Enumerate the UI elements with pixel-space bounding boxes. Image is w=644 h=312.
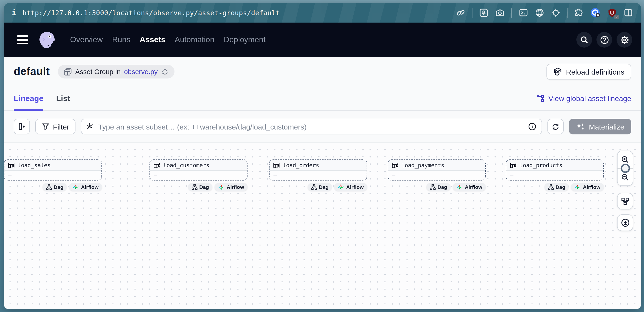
tag-dag-label: Dag [54, 184, 64, 190]
split-view-icon[interactable] [624, 8, 633, 18]
page-title: default [14, 65, 50, 78]
tag-dag-label: Dag [319, 184, 328, 190]
nav-item-deployment[interactable]: Deployment [224, 35, 266, 44]
tab-lineage[interactable]: Lineage [14, 86, 43, 110]
browser-url-bar: i http://127.0.0.1:3000/locations/observ… [4, 3, 641, 23]
observable-asset-icon [510, 162, 516, 168]
nav-item-runs[interactable]: Runs [112, 35, 130, 44]
search-button[interactable] [576, 32, 592, 48]
lineage-canvas[interactable]: load_customers – [4, 142, 641, 309]
onepassword-icon[interactable] [590, 7, 601, 18]
view-global-asset-lineage-label: View global asset lineage [548, 94, 631, 103]
filter-button[interactable]: Filter [35, 119, 76, 134]
tag-airflow-label: Airflow [346, 184, 364, 190]
panel-expand-icon [18, 122, 26, 131]
tabs-row: Lineage List View global asset lineage [4, 86, 641, 111]
reload-definitions-label: Reload definitions [566, 68, 625, 76]
materialize-button[interactable]: Materialize [569, 119, 631, 134]
tag-airflow[interactable]: Airflow [334, 183, 367, 191]
tag-dag-label: Dag [199, 184, 209, 190]
help-icon [600, 35, 609, 44]
asset-card[interactable]: load_products – [506, 159, 604, 181]
airflow-icon [218, 184, 225, 190]
observable-asset-icon [154, 162, 160, 168]
tag-dag-label: Dag [556, 184, 565, 190]
selector-info-icon[interactable] [528, 122, 537, 131]
asset-name: load_payments [402, 162, 444, 168]
dag-icon [548, 184, 554, 190]
asset-name: load_products [520, 162, 562, 168]
refresh-icon [552, 122, 560, 131]
badge-code-location-link[interactable]: observe.py [124, 68, 158, 76]
asset-selection-input[interactable] [81, 119, 542, 134]
globe-icon[interactable] [534, 8, 544, 18]
tag-airflow[interactable]: Airflow [571, 183, 604, 191]
nav-item-overview[interactable]: Overview [70, 35, 103, 44]
asset-name: load_customers [163, 162, 209, 168]
tag-airflow-label: Airflow [81, 184, 98, 190]
download-image-button[interactable] [617, 214, 633, 231]
airflow-icon [575, 184, 581, 190]
terminal-icon[interactable] [518, 8, 528, 18]
airflow-icon [338, 184, 344, 190]
dag-icon [192, 184, 197, 190]
observable-asset-icon [273, 162, 280, 168]
divider [472, 8, 472, 18]
observable-asset-icon [8, 162, 15, 168]
asset-node: load_customers – [150, 159, 248, 191]
screenshot-tool-icon[interactable] [479, 8, 489, 18]
tag-dag[interactable]: Dag [188, 183, 212, 191]
tag-airflow[interactable]: Airflow [453, 183, 486, 191]
extensions-puzzle-icon[interactable] [574, 8, 584, 18]
zoom-panel [617, 151, 633, 186]
badge-prefix: Asset Group in [75, 68, 120, 76]
link-icon[interactable] [456, 8, 465, 18]
tag-airflow[interactable]: Airflow [215, 183, 248, 191]
dag-icon [46, 184, 52, 190]
asset-card[interactable]: load_orders – [269, 159, 367, 181]
page-header: default Asset Group in observe.py [4, 57, 641, 86]
sparkles-icon [576, 122, 585, 131]
refresh-icon[interactable] [161, 68, 168, 75]
lineage-toolbar: Filter [4, 111, 641, 142]
nav-item-assets[interactable]: Assets [140, 35, 166, 44]
tab-list[interactable]: List [56, 86, 70, 110]
airflow-icon [456, 184, 463, 190]
expand-panel-button[interactable] [14, 119, 30, 134]
dagster-logo-icon[interactable] [37, 30, 57, 50]
asset-group-icon [64, 68, 72, 76]
settings-button[interactable] [616, 32, 632, 48]
tag-dag[interactable]: Dag [308, 183, 332, 191]
asset-card[interactable]: load_payments – [388, 159, 486, 181]
camera-icon[interactable] [495, 8, 505, 18]
menu-icon[interactable] [17, 35, 28, 44]
zoom-slider[interactable] [618, 168, 633, 169]
tag-airflow[interactable]: Airflow [69, 183, 102, 191]
tag-airflow-label: Airflow [465, 184, 482, 190]
rearrange-layout-button[interactable] [617, 193, 633, 209]
reload-definitions-button[interactable]: Reload definitions [546, 64, 632, 80]
tag-dag[interactable]: Dag [544, 183, 569, 191]
nav-item-automation[interactable]: Automation [175, 35, 214, 44]
view-global-asset-lineage-link[interactable]: View global asset lineage [537, 94, 631, 103]
help-button[interactable] [596, 32, 612, 48]
zoom-slider-thumb[interactable] [620, 164, 630, 173]
asset-name: load_sales [18, 162, 51, 168]
asset-card[interactable]: load_sales – [4, 159, 102, 181]
zoom-out-icon [621, 173, 629, 181]
search-icon [580, 35, 588, 44]
browser-window: i http://127.0.0.1:3000/locations/observ… [0, 0, 644, 312]
asset-tags: Dag [150, 183, 248, 191]
asset-tags: Dag [388, 183, 486, 191]
refresh-graph-button[interactable] [548, 119, 564, 134]
asset-node: load_sales – [4, 159, 102, 191]
page-info-icon[interactable]: i [12, 8, 22, 17]
tag-dag[interactable]: Dag [42, 183, 67, 191]
asset-card[interactable]: load_customers – [150, 159, 248, 181]
asset-tags: Dag [269, 183, 367, 191]
tag-dag[interactable]: Dag [426, 183, 451, 191]
crosshair-icon[interactable] [551, 8, 560, 18]
url-text[interactable]: http://127.0.0.1:3000/locations/observe.… [22, 9, 280, 17]
ublock-icon[interactable]: 2 [607, 8, 617, 18]
materialize-label: Materialize [589, 122, 624, 131]
